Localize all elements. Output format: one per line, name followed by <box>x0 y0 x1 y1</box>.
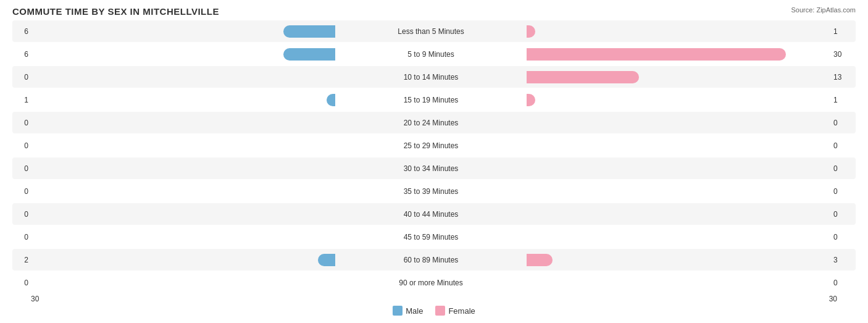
male-bar-wrap <box>31 230 431 245</box>
male-value: 0 <box>12 119 31 127</box>
legend: Male Female <box>12 306 856 316</box>
legend-male: Male <box>393 306 423 316</box>
female-bar-wrap <box>431 47 831 62</box>
male-bar-wrap <box>31 93 431 107</box>
axis-left-label: 30 <box>31 295 39 303</box>
chart-row: 0 45 to 59 Minutes 0 <box>12 226 856 248</box>
female-bar-wrap <box>431 24 831 39</box>
chart-row: 0 40 to 44 Minutes 0 <box>12 203 856 225</box>
female-bar-wrap <box>431 138 831 153</box>
male-value: 6 <box>12 50 31 59</box>
female-value: 30 <box>831 50 856 59</box>
legend-female: Female <box>435 306 475 316</box>
source-label: Source: ZipAtlas.com <box>791 6 856 14</box>
bar-section: 45 to 59 Minutes <box>31 230 831 245</box>
female-value: 0 <box>831 233 856 241</box>
male-bar-wrap <box>31 47 431 62</box>
chart-title: COMMUTE TIME BY SEX IN MITCHELLVILLE <box>12 6 856 17</box>
bars-wrap: 30 to 34 Minutes <box>31 161 831 176</box>
male-bar-wrap <box>31 24 431 39</box>
male-bar <box>283 25 335 38</box>
bars-wrap: 45 to 59 Minutes <box>31 230 831 245</box>
female-value: 1 <box>831 27 856 36</box>
bar-section: 35 to 39 Minutes <box>31 184 831 199</box>
female-bar <box>527 25 535 38</box>
chart-container: COMMUTE TIME BY SEX IN MITCHELLVILLE Sou… <box>0 0 868 323</box>
female-value: 0 <box>831 141 856 150</box>
female-bar-wrap <box>431 230 831 245</box>
male-bar-wrap <box>31 70 431 85</box>
chart-row: 0 90 or more Minutes 0 <box>12 272 856 293</box>
bars-wrap: Less than 5 Minutes <box>31 24 831 39</box>
female-bar-wrap <box>431 161 831 176</box>
chart-row: 6 Less than 5 Minutes 1 <box>12 20 856 42</box>
female-bar-wrap <box>431 253 831 267</box>
bar-section: Less than 5 Minutes <box>31 24 831 39</box>
bar-section: 15 to 19 Minutes <box>31 93 831 107</box>
female-value: 0 <box>831 164 856 173</box>
chart-row: 2 60 to 89 Minutes 3 <box>12 249 856 271</box>
female-bar-wrap <box>431 275 831 290</box>
axis-right-label: 30 <box>829 295 837 303</box>
female-bar <box>527 71 639 83</box>
male-value: 0 <box>12 210 31 219</box>
bar-section: 5 to 9 Minutes <box>31 47 831 62</box>
bars-wrap: 20 to 24 Minutes <box>31 115 831 130</box>
bars-wrap: 90 or more Minutes <box>31 275 831 290</box>
chart-row: 0 10 to 14 Minutes 13 <box>12 66 856 88</box>
male-bar <box>327 94 335 106</box>
bar-section: 60 to 89 Minutes <box>31 253 831 267</box>
bar-section: 25 to 29 Minutes <box>31 138 831 153</box>
male-bar-wrap <box>31 275 431 290</box>
legend-female-box <box>435 306 445 316</box>
chart-row: 0 30 to 34 Minutes 0 <box>12 157 856 179</box>
bar-section: 90 or more Minutes <box>31 275 831 290</box>
female-bar <box>527 94 535 106</box>
male-bar-wrap <box>31 115 431 130</box>
bar-section: 10 to 14 Minutes <box>31 70 831 85</box>
female-value: 3 <box>831 256 856 264</box>
male-value: 0 <box>12 187 31 196</box>
male-value: 0 <box>12 141 31 150</box>
male-value: 2 <box>12 256 31 264</box>
chart-row: 0 25 to 29 Minutes 0 <box>12 135 856 156</box>
female-bar-wrap <box>431 93 831 107</box>
male-bar <box>283 48 335 61</box>
female-value: 0 <box>831 187 856 196</box>
legend-male-box <box>393 306 403 316</box>
chart-row: 1 15 to 19 Minutes 1 <box>12 89 856 111</box>
female-value: 0 <box>831 279 856 287</box>
male-bar-wrap <box>31 207 431 222</box>
bars-wrap: 25 to 29 Minutes <box>31 138 831 153</box>
male-value: 0 <box>12 233 31 241</box>
female-bar <box>527 254 553 266</box>
female-bar-wrap <box>431 70 831 85</box>
bar-section: 20 to 24 Minutes <box>31 115 831 130</box>
female-value: 0 <box>831 210 856 219</box>
chart-row: 0 35 to 39 Minutes 0 <box>12 180 856 202</box>
female-value: 0 <box>831 119 856 127</box>
bar-section: 30 to 34 Minutes <box>31 161 831 176</box>
male-value: 0 <box>12 279 31 287</box>
legend-male-label: Male <box>406 306 423 316</box>
male-bar-wrap <box>31 253 431 267</box>
bars-wrap: 35 to 39 Minutes <box>31 184 831 199</box>
male-bar-wrap <box>31 138 431 153</box>
chart-area: 6 Less than 5 Minutes 1 6 <box>12 20 856 293</box>
female-value: 1 <box>831 96 856 104</box>
bars-wrap: 10 to 14 Minutes <box>31 70 831 85</box>
male-value: 6 <box>12 27 31 36</box>
chart-row: 6 5 to 9 Minutes 30 <box>12 43 856 65</box>
bars-wrap: 60 to 89 Minutes <box>31 253 831 267</box>
male-value: 0 <box>12 164 31 173</box>
legend-female-label: Female <box>448 306 475 316</box>
female-bar <box>527 48 786 61</box>
bars-wrap: 40 to 44 Minutes <box>31 207 831 222</box>
bottom-axis: 30 30 <box>12 295 856 303</box>
bars-wrap: 15 to 19 Minutes <box>31 93 831 107</box>
chart-row: 0 20 to 24 Minutes 0 <box>12 112 856 133</box>
female-value: 13 <box>831 73 856 82</box>
bar-section: 40 to 44 Minutes <box>31 207 831 222</box>
male-value: 1 <box>12 96 31 104</box>
female-bar-wrap <box>431 115 831 130</box>
